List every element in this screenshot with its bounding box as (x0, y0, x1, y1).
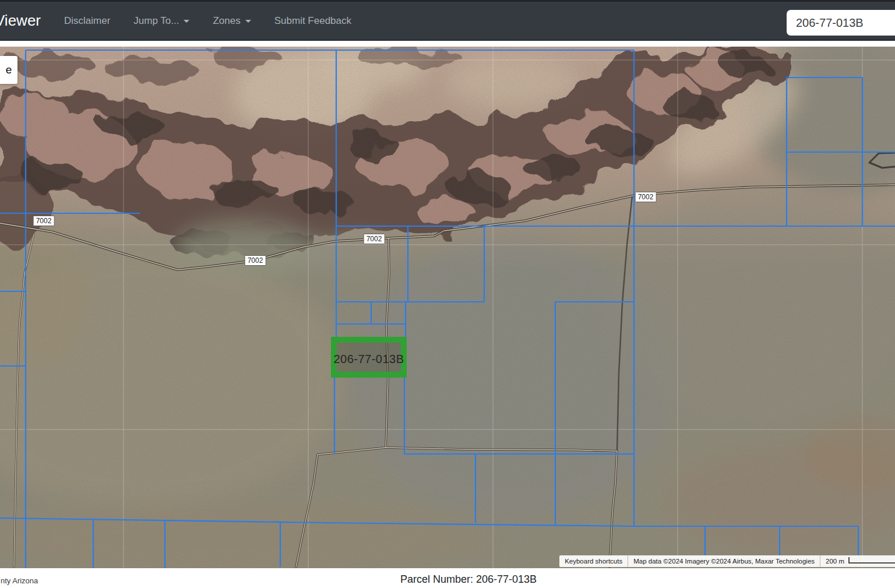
map-canvas[interactable]: e 7002 7002 7002 7002 206-77-013B Keyboa… (0, 47, 895, 568)
chevron-down-icon (184, 20, 189, 23)
highlighted-parcel-label: 206-77-013B (333, 353, 404, 366)
satellite-imagery (0, 47, 895, 568)
parcel-viewer-app: Viewer Disclaimer Jump To... Zones Submi… (0, 0, 895, 588)
app-brand[interactable]: Viewer (0, 12, 41, 30)
menu-item-jump-to[interactable]: Jump To... (133, 15, 189, 27)
road-label-7002: 7002 (245, 255, 266, 266)
scale-control[interactable]: 200 m (820, 555, 895, 567)
scale-label: 200 m (826, 558, 844, 565)
chevron-down-icon (245, 20, 251, 23)
map-type-button[interactable]: e (0, 56, 17, 84)
map-attribution: Keyboard shortcuts Map data ©2024 Imager… (559, 555, 895, 567)
menu-item-disclaimer[interactable]: Disclaimer (64, 15, 110, 27)
scale-bar-icon (848, 557, 895, 564)
parcel-search-input[interactable] (787, 10, 895, 36)
menu-item-zones[interactable]: Zones (213, 15, 251, 27)
menu-item-label: Submit Feedback (274, 15, 351, 27)
navbar-menu: Disclaimer Jump To... Zones Submit Feedb… (64, 15, 351, 27)
menu-item-label: Jump To... (133, 15, 179, 27)
parcel-number-label: Parcel Number: 206-77-013B (400, 573, 537, 586)
map-data-credit: Map data ©2024 Imagery ©2024 Airbus, Max… (628, 555, 820, 567)
status-footer: nty Arizona Parcel Number: 206-77-013B (0, 568, 895, 588)
road-label-7002: 7002 (33, 216, 55, 226)
keyboard-shortcuts-button[interactable]: Keyboard shortcuts (559, 555, 628, 567)
menu-item-label: Zones (213, 15, 240, 27)
menu-item-submit-feedback[interactable]: Submit Feedback (274, 15, 351, 27)
menu-item-label: Disclaimer (64, 15, 110, 27)
road-label-7002: 7002 (635, 192, 657, 202)
top-navbar: Viewer Disclaimer Jump To... Zones Submi… (0, 0, 895, 41)
terrain (0, 47, 895, 568)
county-label: nty Arizona (1, 576, 38, 585)
road-label-7002: 7002 (364, 234, 385, 244)
